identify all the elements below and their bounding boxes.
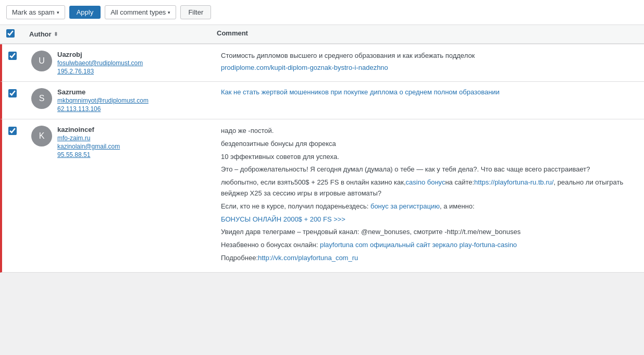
avatar: K: [31, 126, 52, 146]
comment-line: Если, кто не в курсе, получил подареньез…: [221, 201, 638, 212]
header-check: [6, 29, 29, 39]
comment-inline-link2[interactable]: https://playfortuna-ru.tb.ru/: [474, 178, 553, 186]
author-info: Uazrobjfosulwbaeot@rudiplomust.com195.2.…: [57, 51, 143, 75]
author-info: Sazrumemkbqmnimyot@rudiplomust.com62.113…: [57, 88, 148, 113]
avatar: U: [31, 51, 52, 71]
comment-line: Это – доброжелательность! Я сегодня дума…: [221, 164, 638, 175]
author-email2[interactable]: kazinolain@gmail.com: [57, 143, 120, 150]
row-comment: надо же -постой.бездепозитные бонусы для…: [217, 126, 638, 266]
comment-line: БОНУСЫ ОНЛАЙН 2000$ + 200 FS >>>: [221, 214, 638, 225]
toolbar: Mark as spam ▾ Apply All comment types ▾…: [0, 0, 644, 25]
row-author: Kkazinoincefmfo-zaim.rukazinolain@gmail.…: [31, 126, 217, 266]
comment-line: Подробнее:http://vk.com/playfortuna_com_…: [221, 253, 638, 264]
row-author: UUazrobjfosulwbaeot@rudiplomust.com195.2…: [31, 51, 217, 75]
row-checkbox-cell: [8, 51, 31, 75]
comment-line: Увидел дарв телеграме – трендовый канал:…: [221, 227, 638, 238]
author-sort-icon: ⬍: [54, 31, 58, 37]
author-email-link[interactable]: mfo-zaim.ru: [57, 134, 120, 142]
header-comment: Comment: [217, 29, 638, 39]
author-name: Uazrobj: [57, 51, 143, 58]
author-ip[interactable]: 62.113.113.106: [57, 105, 148, 113]
spam-label: Mark as spam: [12, 8, 55, 16]
table-header: Author ⬍ Comment: [0, 25, 644, 44]
header-author[interactable]: Author ⬍: [29, 29, 217, 39]
table-row: Kkazinoincefmfo-zaim.rukazinolain@gmail.…: [0, 119, 644, 273]
comment-text: Стоимость дипломов высшего и среднего об…: [221, 51, 638, 62]
table-row: SSazrumemkbqmnimyot@rudiplomust.com62.11…: [0, 82, 644, 119]
comment-line: Незабвенно о бонусах онлайн: playfortuna…: [221, 240, 638, 251]
comment-inline-link[interactable]: playfortuna com официальный сайт зеркало…: [320, 241, 517, 249]
comment-type-label: All comment types: [110, 8, 166, 16]
row-checkbox-cell: [8, 88, 31, 113]
select-all-checkbox[interactable]: [6, 29, 15, 38]
comment-inline-link[interactable]: бонус за регистрацию: [370, 202, 440, 210]
author-email[interactable]: mkbqmnimyot@rudiplomust.com: [57, 97, 148, 104]
row-checkbox[interactable]: [8, 127, 17, 135]
apply-button[interactable]: Apply: [69, 6, 101, 19]
row-comment: Стоимость дипломов высшего и среднего об…: [217, 51, 638, 75]
comment-line: 10 эффективных советов для успеха.: [221, 152, 638, 163]
comment-type-chevron: ▾: [168, 10, 170, 15]
spam-chevron: ▾: [57, 10, 59, 15]
comment-link[interactable]: Как не стать жертвой мошенников при поку…: [221, 88, 500, 96]
row-checkbox-cell: [8, 126, 31, 266]
row-checkbox[interactable]: [8, 89, 17, 97]
comment-line: надо же -постой.: [221, 126, 638, 137]
avatar: S: [31, 88, 52, 109]
author-ip[interactable]: 95.55.88.51: [57, 151, 120, 158]
filter-button[interactable]: Filter: [180, 5, 211, 19]
spam-dropdown[interactable]: Mark as spam ▾: [6, 5, 65, 19]
comment-link[interactable]: prodiplome.com/kupit-diplom-goznak-bystr…: [221, 64, 388, 71]
author-name: Sazrume: [57, 88, 148, 96]
author-name: kazinoincef: [57, 126, 120, 133]
table-row: UUazrobjfosulwbaeot@rudiplomust.com195.2…: [0, 44, 644, 82]
comment-line: бездепозитные бонусы для форекса: [221, 139, 638, 150]
comment-inline-link[interactable]: casino бонус: [406, 178, 445, 186]
row-author: SSazrumemkbqmnimyot@rudiplomust.com62.11…: [31, 88, 217, 113]
author-email[interactable]: fosulwbaeot@rudiplomust.com: [57, 59, 143, 67]
row-checkbox[interactable]: [8, 52, 17, 60]
row-comment: Как не стать жертвой мошенников при поку…: [217, 88, 638, 113]
author-ip[interactable]: 195.2.76.183: [57, 68, 143, 75]
author-info: kazinoincefmfo-zaim.rukazinolain@gmail.c…: [57, 126, 120, 158]
comment-type-dropdown[interactable]: All comment types ▾: [105, 5, 176, 19]
comments-list: UUazrobjfosulwbaeot@rudiplomust.com195.2…: [0, 44, 644, 273]
comment-line: любопытно, если взять500$ + 225 FS в онл…: [221, 177, 638, 199]
comment-inline-link[interactable]: БОНУСЫ ОНЛАЙН 2000$ + 200 FS >>>: [221, 215, 345, 223]
comment-inline-link[interactable]: http://vk.com/playfortuna_com_ru: [258, 254, 358, 262]
